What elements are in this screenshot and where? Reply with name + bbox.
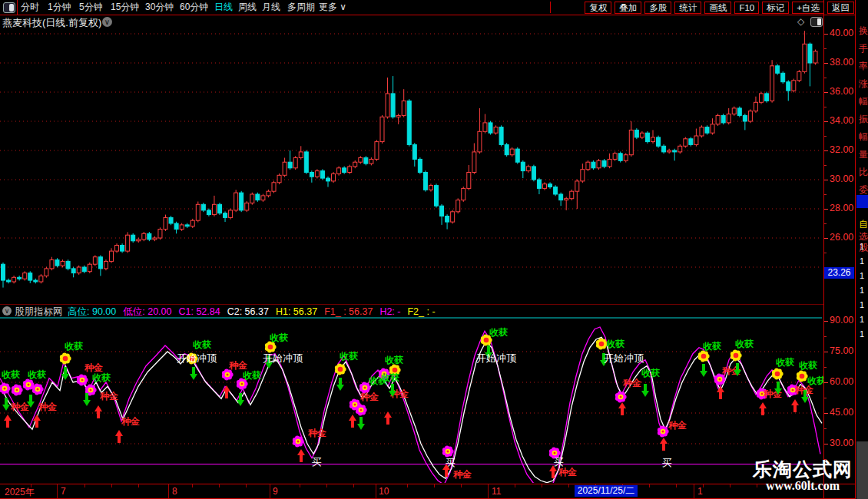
candle-body [651, 137, 655, 142]
indicator-field: C2: 56.37 [227, 306, 269, 317]
candle-body [359, 158, 363, 163]
candle-body [7, 280, 11, 282]
sell-down-arrow-icon [336, 378, 344, 391]
candle-body [716, 115, 720, 124]
oscillator-axis-label: 75.00 [830, 345, 853, 356]
last-price-badge: 23.26 [824, 267, 854, 279]
sell-down-arrow-icon [357, 417, 365, 430]
strip-count: 1 [860, 329, 864, 339]
candle-body [472, 152, 476, 173]
oscillator-axis-minor-tick [824, 367, 827, 368]
candle-body [727, 114, 731, 123]
signal-label-zhongjin: 种金 [452, 469, 472, 480]
indicator-chevron-down-icon[interactable]: ∨ [2, 306, 12, 316]
right-sidebar-clipped[interactable]: 换手率涨幅振幅量比委自选股1111111 [855, 0, 868, 499]
candle-body [18, 277, 22, 279]
signal-label-shouhuo: 收获 [799, 360, 817, 371]
candle-body [77, 267, 81, 273]
candle-body [754, 102, 757, 111]
candle-body [456, 200, 460, 212]
candle-body [267, 191, 270, 196]
signal-label-zhongjin: 种金 [307, 428, 326, 438]
signal-label-text: 开始冲顶 [177, 352, 217, 364]
price-axis-label: 26.00 [830, 232, 853, 243]
candle-body [412, 144, 416, 159]
strip-char: 率 [859, 60, 868, 73]
price-axis-tick [824, 121, 828, 122]
signal-label-shouhuo: 收获 [381, 372, 399, 383]
candle-body [380, 117, 384, 141]
candle-body [586, 162, 590, 170]
signal-label-shouhuo: 收获 [703, 341, 721, 352]
candle-body [126, 235, 130, 251]
candle-body [689, 139, 693, 145]
oscillator-axis-label: 45.00 [830, 407, 853, 418]
candle-body [543, 184, 547, 189]
oscillator-axis-label: 90.00 [830, 315, 853, 326]
indicator-field: C1: 52.84 [178, 306, 220, 317]
signal-label-shouhuo: 收获 [2, 369, 20, 380]
candle-body [429, 186, 432, 190]
buy-up-arrow-icon [349, 415, 356, 428]
candle-body [776, 66, 780, 74]
oscillator-axis-minor-tick [824, 336, 827, 337]
signal-label-shouhuo: 收获 [92, 372, 111, 383]
candle-body [169, 217, 173, 223]
candle-body [326, 178, 330, 181]
gold-flower-marker [797, 371, 808, 382]
candle-body [61, 261, 65, 266]
signal-label-zhongjin: 种金 [10, 402, 29, 412]
oscillator-axis-tick [824, 413, 828, 414]
candle-body [737, 108, 741, 116]
candle-body [245, 203, 249, 210]
price-axis-minor-tick [824, 136, 827, 137]
candle-body [624, 155, 628, 161]
candle-body [743, 115, 747, 121]
candle-body [510, 149, 514, 155]
strip-char: 幅 [859, 131, 868, 144]
candle-body [137, 240, 141, 241]
signal-label-shouhuo: 收获 [385, 355, 403, 365]
candle-body [467, 173, 471, 189]
price-axis-minor-tick [824, 48, 827, 49]
candlestick-chart[interactable] [0, 0, 823, 304]
candle-body [711, 124, 714, 133]
strip-count: 1 [860, 300, 864, 309]
candle-body [575, 181, 579, 191]
candle-body [803, 44, 807, 71]
candle-body [55, 260, 59, 266]
candle-body [66, 261, 70, 269]
buy-up-arrow-icon [384, 411, 392, 425]
candle-body [180, 225, 184, 230]
candle-body [23, 273, 27, 279]
candle-body [446, 216, 449, 223]
gold-flower-marker [772, 368, 784, 380]
candles-group [2, 31, 818, 287]
pink-flower-marker [442, 446, 454, 458]
candle-body [787, 82, 790, 91]
strip-count: 1 [860, 271, 864, 280]
candle-body [770, 66, 774, 101]
candle-body [164, 217, 167, 229]
watermark: 乐淘公式网 www.60lt.com [753, 459, 853, 493]
candle-body [224, 213, 227, 218]
oscillator-panel[interactable]: 收获收获种金种金收获种金收获种金种金收获开始冲顶种金收获收获开始冲顶种金买收获收… [0, 317, 823, 499]
signal-label-shouhuo: 收获 [340, 351, 358, 362]
signal-label-shouhuo: 收获 [641, 368, 660, 378]
candle-body [494, 127, 498, 134]
price-axis-label: 30.00 [830, 173, 853, 184]
strip-char: 委 [859, 183, 868, 197]
buy-up-arrow-icon [94, 405, 102, 418]
candle-body [299, 152, 303, 158]
candle-body [110, 251, 114, 261]
candle-body [634, 130, 638, 137]
candle-body [277, 175, 281, 183]
candle-body [559, 194, 563, 200]
candle-body [229, 210, 233, 218]
strip-scrollbar[interactable] [856, 441, 868, 499]
signal-label-zhongjin: 种金 [99, 391, 118, 402]
price-axis-tick [824, 63, 828, 64]
signal-label-shouhuo: 收获 [243, 370, 261, 381]
candle-body [320, 171, 324, 179]
oscillator-axis-tick [824, 352, 828, 352]
